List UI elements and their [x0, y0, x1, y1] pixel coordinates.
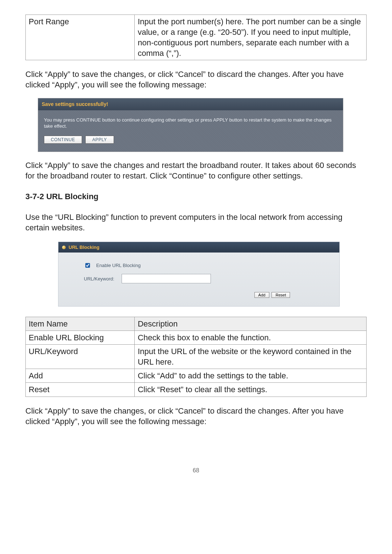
table-row: Port Range Input the port number(s) here… [26, 15, 367, 60]
continue-button[interactable]: CONTINUE [44, 136, 82, 144]
table-row: URL/Keyword Input the URL of the website… [26, 345, 367, 369]
header-item-name: Item Name [26, 317, 135, 331]
panel-title: URL Blocking [69, 244, 99, 250]
cell-desc: Click “Add” to add the settings to the t… [135, 369, 367, 383]
paragraph-url-blocking-intro: Use the “URL Blocking” function to preve… [25, 212, 367, 233]
page-number: 68 [25, 467, 367, 474]
url-keyword-label: URL/Keyword: [84, 276, 117, 282]
cell-desc: Input the URL of the website or the keyw… [135, 345, 367, 369]
add-button[interactable]: Add [254, 292, 270, 298]
cell-item: URL/Keyword [26, 345, 135, 369]
enable-url-blocking-label: Enable URL Blocking [96, 262, 140, 268]
cell-item: Add [26, 369, 135, 383]
apply-button[interactable]: APPLY [85, 136, 114, 144]
messagebox-title: Save settings successfully! [38, 98, 343, 110]
cell-item: Enable URL Blocking [26, 331, 135, 345]
paragraph-apply-cancel-1: Click “Apply” to save the changes, or cl… [25, 69, 367, 90]
enable-url-blocking-checkbox[interactable] [85, 263, 90, 268]
cell-item: Port Range [26, 15, 135, 60]
paragraph-restart: Click “Apply” to save the changes and re… [25, 160, 367, 181]
reset-button[interactable]: Reset [271, 292, 290, 298]
port-range-table: Port Range Input the port number(s) here… [25, 15, 367, 60]
table-row: Add Click “Add” to add the settings to t… [26, 369, 367, 383]
section-heading-url-blocking: 3-7-2 URL Blocking [25, 191, 367, 202]
bullet-icon [62, 246, 66, 249]
paragraph-apply-cancel-2: Click “Apply” to save the changes, or cl… [25, 406, 367, 427]
url-blocking-panel: URL Blocking Enable URL Blocking URL/Key… [58, 242, 340, 307]
cell-item: Reset [26, 383, 135, 397]
url-blocking-description-table: Item Name Description Enable URL Blockin… [25, 317, 367, 397]
cell-desc: Click “Reset” to clear all the settings. [135, 383, 367, 397]
table-row: Reset Click “Reset” to clear all the set… [26, 383, 367, 397]
table-row: Enable URL Blocking Check this box to en… [26, 331, 367, 345]
save-settings-messagebox: Save settings successfully! You may pres… [38, 98, 343, 152]
url-keyword-input[interactable] [122, 274, 211, 283]
cell-desc: Input the port number(s) here. The port … [135, 15, 367, 60]
messagebox-body-text: You may press CONTINUE button to continu… [44, 117, 337, 129]
header-description: Description [135, 317, 367, 331]
cell-desc: Check this box to enable the function. [135, 331, 367, 345]
table-header-row: Item Name Description [26, 317, 367, 331]
